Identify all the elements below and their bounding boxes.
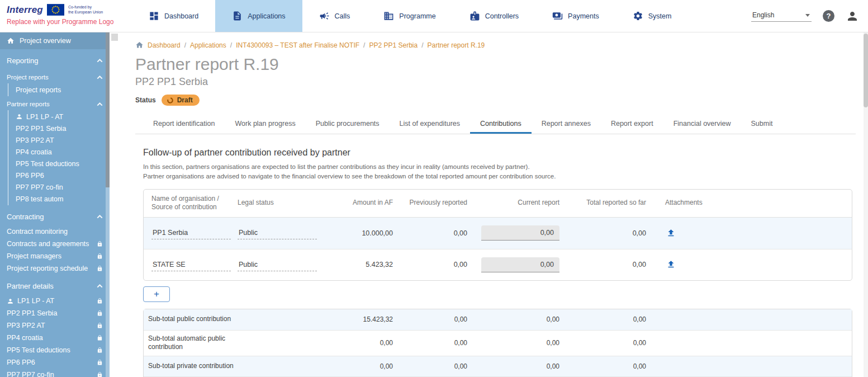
add-contribution-button[interactable]: +	[143, 286, 170, 302]
person-icon	[7, 298, 14, 305]
sidebar-item-partner-details-lp1[interactable]: LP1 LP - AT	[0, 295, 110, 307]
sidebar-item-partner-details-pp6[interactable]: PP6 PP6	[0, 356, 110, 369]
sidebar-item-pp3-pp2-at[interactable]: PP3 PP2 AT	[8, 134, 110, 146]
summary-current-report: 0,00	[472, 330, 564, 356]
sidebar-section-partner-details[interactable]: Partner details	[0, 275, 110, 295]
controllers-icon	[469, 11, 480, 21]
tab-report-export[interactable]: Report export	[601, 115, 663, 134]
breadcrumb-separator: /	[230, 41, 232, 49]
tab-report-annexes[interactable]: Report annexes	[532, 115, 601, 134]
status-badge: Draft	[162, 95, 200, 106]
sidebar-section-contracting[interactable]: Contracting	[0, 205, 110, 225]
table-row: 10.000,00 0,00 0,00	[144, 218, 852, 249]
amount-af-value: 5.423,32	[314, 249, 397, 280]
person-icon	[16, 113, 23, 120]
breadcrumb-item-project[interactable]: INT4300093 – TEST after Finalise NOTIF	[236, 41, 359, 49]
nav-calls[interactable]: Calls	[302, 0, 367, 32]
tab-financial-overview[interactable]: Financial overview	[663, 115, 741, 134]
breadcrumb-home-icon[interactable]	[135, 41, 144, 49]
payments-icon	[552, 11, 563, 21]
column-header-current-report: Current report	[472, 190, 564, 218]
sidebar-item-pp4-croatia[interactable]: PP4 croatia	[8, 146, 110, 158]
nav-programme[interactable]: Programme	[367, 0, 452, 32]
breadcrumb-separator: /	[184, 41, 186, 49]
nav-payments[interactable]: Payments	[535, 0, 616, 32]
sidebar-subsection-project-reports[interactable]: Project reports	[0, 69, 110, 83]
page-title: Partner report R.19	[135, 55, 856, 74]
sidebar-item-pp5-test-deductions[interactable]: PP5 Test deductions	[8, 158, 110, 169]
main-scrollbar-thumb[interactable]	[864, 34, 868, 107]
breadcrumb-item-dashboard[interactable]: Dashboard	[148, 41, 181, 49]
tab-report-identification[interactable]: Report identification	[143, 115, 225, 134]
page-subtitle: PP2 PP1 Serbia	[135, 76, 856, 88]
sidebar-item-project-managers[interactable]: Project managers	[0, 250, 110, 262]
total-reported-value: 0,00	[564, 249, 651, 280]
sidebar-item-partner-details-pp3[interactable]: PP3 PP2 AT	[0, 319, 110, 332]
tab-submit[interactable]: Submit	[741, 115, 782, 134]
sidebar-scrollbar-thumb[interactable]	[106, 32, 110, 187]
home-icon	[7, 37, 15, 45]
sidebar-section-reporting[interactable]: Reporting	[0, 49, 110, 69]
tab-contributions[interactable]: Contributions	[470, 115, 532, 134]
lock-icon	[97, 371, 103, 377]
upload-attachment-button[interactable]	[665, 258, 677, 270]
help-icon[interactable]: ?	[823, 10, 834, 22]
sidebar-item-pp8-test-autom[interactable]: PP8 test autom	[8, 193, 110, 205]
summary-label: Sub-total private contribution	[148, 362, 234, 371]
lock-icon	[97, 359, 103, 366]
upload-attachment-button[interactable]	[665, 227, 677, 239]
top-navigation: Dashboard Applications Calls Programme C…	[132, 0, 688, 32]
sidebar-item-contract-monitoring[interactable]: Contract monitoring	[0, 225, 110, 238]
tab-public-procurements[interactable]: Public procurements	[306, 115, 390, 134]
tab-list-of-expenditures[interactable]: List of expenditures	[390, 115, 470, 134]
nav-applications[interactable]: Applications	[215, 0, 302, 32]
current-report-input[interactable]	[481, 225, 559, 241]
breadcrumb-item-partner[interactable]: PP2 PP1 Serbia	[369, 41, 418, 49]
chevron-up-icon	[97, 102, 103, 107]
sidebar-item-project-reporting-schedule[interactable]: Project reporting schedule	[0, 262, 110, 275]
legal-status-input[interactable]	[238, 227, 317, 239]
sidebar-item-partner-details-pp2[interactable]: PP2 PP1 Serbia	[0, 307, 110, 319]
breadcrumb-item-applications[interactable]: Applications	[190, 41, 226, 49]
organisation-name-input[interactable]	[151, 258, 231, 271]
sidebar-scrollbar[interactable]	[106, 32, 110, 377]
programme-icon	[383, 11, 394, 21]
language-selector[interactable]: English	[751, 10, 812, 22]
sidebar-item-pp7-pp7-co-fin[interactable]: PP7 PP7 co-fin	[8, 181, 110, 193]
previously-reported-value: 0,00	[397, 218, 472, 249]
organisation-name-input[interactable]	[151, 227, 231, 239]
summary-previously-reported: 0,00	[397, 330, 472, 356]
upload-icon	[666, 260, 676, 269]
sidebar-item-partner-details-pp7[interactable]: PP7 PP7 co-fin	[0, 369, 110, 377]
lock-icon	[97, 298, 103, 304]
lock-icon	[97, 310, 103, 317]
nav-controllers[interactable]: Controllers	[453, 0, 535, 32]
column-header-attachments: Attachments	[651, 190, 852, 218]
nav-system[interactable]: System	[616, 0, 689, 32]
sidebar-item-lp1-lp-at[interactable]: LP1 LP - AT	[8, 111, 110, 122]
main-scrollbar[interactable]	[864, 32, 868, 377]
sidebar-item-pp6-pp6[interactable]: PP6 PP6	[8, 169, 110, 181]
tab-work-plan-progress[interactable]: Work plan progress	[225, 115, 305, 134]
status-label: Status	[135, 96, 156, 104]
sidebar-item-project-overview[interactable]: Project overview	[0, 32, 110, 49]
system-icon	[633, 11, 643, 21]
user-icon[interactable]	[846, 10, 859, 23]
sidebar-item-project-reports[interactable]: Project reports	[8, 84, 110, 96]
topbar: Interreg Co-funded by the European Union…	[0, 0, 868, 32]
sidebar-item-contracts-and-agreements[interactable]: Contracts and agreements	[0, 238, 110, 250]
summary-total-reported: 0,00	[564, 330, 651, 356]
sidebar: Project overview Reporting Project repor…	[0, 32, 110, 377]
sidebar-subsection-partner-reports[interactable]: Partner reports	[0, 96, 110, 110]
nav-dashboard[interactable]: Dashboard	[132, 0, 215, 32]
current-report-input[interactable]	[481, 257, 559, 272]
summary-current-report: 0,00	[472, 356, 564, 376]
sidebar-item-pp2-pp1-serbia[interactable]: PP2 PP1 Serbia	[8, 122, 110, 134]
sidebar-item-partner-details-pp4[interactable]: PP4 croatia	[0, 332, 110, 344]
partner-reports-tree: LP1 LP - AT PP2 PP1 Serbia PP3 PP2 AT PP…	[8, 110, 110, 205]
summary-previously-reported: 0,00	[397, 356, 472, 376]
table-row: 5.423,32 0,00 0,00	[144, 249, 852, 280]
sidebar-item-partner-details-pp5[interactable]: PP5 Test deductions	[0, 344, 110, 356]
legal-status-input[interactable]	[238, 258, 317, 271]
amount-af-value: 10.000,00	[314, 218, 397, 249]
